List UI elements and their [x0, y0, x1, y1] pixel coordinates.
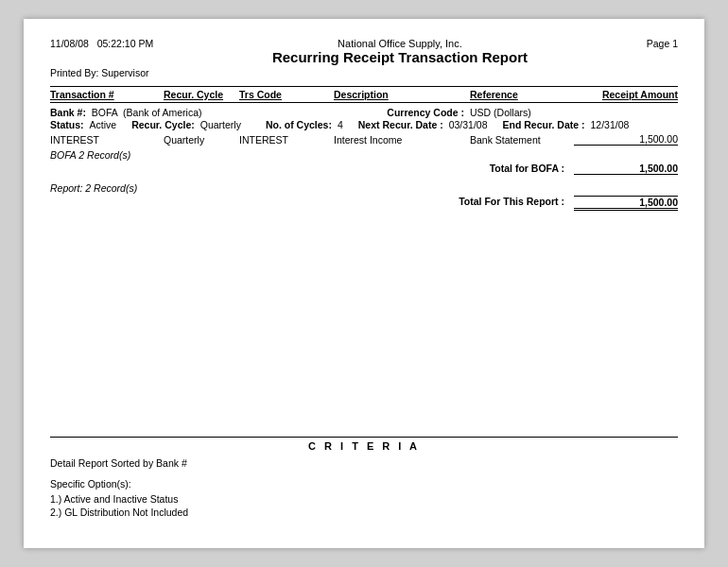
- status-value: Active: [90, 119, 117, 130]
- bank-info-row1: Bank #: BOFA (Bank of America) Currency …: [50, 107, 678, 118]
- bofa-records-amount: [574, 149, 678, 161]
- total-report-amount: 1,500.00: [574, 196, 678, 211]
- page-num: 1: [672, 38, 678, 49]
- bofa-records-section: BOFA 2 Record(s): [50, 149, 678, 161]
- next-recur-value: 03/31/08: [449, 119, 488, 130]
- total-bofa-label: Total for BOFA :: [50, 163, 574, 175]
- currency-label-cell: Currency Code :: [296, 107, 470, 118]
- report-title: Recurring Receipt Transaction Report: [153, 49, 647, 65]
- end-recur-value: 12/31/08: [590, 119, 629, 130]
- page-number: Page 1: [647, 38, 678, 49]
- bank-id: BOFA: [92, 107, 117, 118]
- col-reference: Reference: [470, 89, 574, 100]
- criteria-option-2: 2.) GL Distribution Not Included: [50, 507, 678, 518]
- total-bofa-section: Total for BOFA : 1,500.00: [50, 163, 678, 175]
- criteria-heading: C R I T E R I A: [50, 437, 678, 452]
- company-name: National Office Supply, Inc.: [153, 38, 647, 49]
- bank-id-cell: Bank #: BOFA (Bank of America): [50, 107, 296, 118]
- end-recur-label: End Recur. Date :: [503, 119, 585, 130]
- criteria-specific-label: Specific Option(s):: [50, 478, 678, 490]
- recur-cycle-value: Quarterly: [200, 119, 241, 130]
- tx-trs-code: INTEREST: [239, 134, 334, 146]
- printed-by-line: Printed By: Supervisor: [50, 67, 678, 78]
- page-label: Page: [647, 38, 670, 49]
- tx-reference: Bank Statement: [470, 134, 574, 146]
- report-time: 05:22:10 PM: [97, 38, 154, 49]
- criteria-options-list: 1.) Active and Inactive Status 2.) GL Di…: [50, 493, 678, 518]
- col-description: Description: [334, 89, 470, 100]
- column-headers: Transaction # Recur. Cycle Trs Code Desc…: [50, 86, 678, 103]
- recur-cycle-label: Recur. Cycle:: [131, 119, 195, 130]
- col-recur-cycle: Recur. Cycle: [164, 89, 239, 100]
- col-trs-code: Trs Code: [239, 89, 334, 100]
- criteria-section: C R I T E R I A Detail Report Sorted by …: [50, 437, 678, 520]
- total-report-section: Total For This Report : 1,500.00: [50, 196, 678, 211]
- report-records-label: Report: 2 Record(s): [50, 182, 678, 194]
- bank-name: (Bank of America): [123, 107, 201, 118]
- header-center: National Office Supply, Inc. Recurring R…: [153, 38, 647, 65]
- tx-description: Interest Income: [334, 134, 470, 146]
- no-cycles-value: 4: [338, 119, 343, 130]
- total-report-label: Total For This Report :: [50, 196, 574, 211]
- transaction-row: INTEREST Quarterly INTEREST Interest Inc…: [50, 133, 678, 146]
- next-recur-label: Next Recur. Date :: [358, 119, 443, 130]
- criteria-sort: Detail Report Sorted by Bank #: [50, 457, 678, 469]
- criteria-option-1: 1.) Active and Inactive Status: [50, 493, 678, 505]
- col-receipt-amount: Receipt Amount: [574, 89, 678, 100]
- bank-label: Bank #:: [50, 107, 86, 118]
- report-page: 11/08/08 05:22:10 PM National Office Sup…: [24, 19, 704, 548]
- currency-value-cell: USD (Dollars): [470, 107, 678, 118]
- tx-amount: 1,500.00: [574, 133, 678, 146]
- report-date: 11/08/08: [50, 38, 89, 49]
- tx-cycle: Quarterly: [164, 134, 239, 146]
- col-transaction: Transaction #: [50, 89, 164, 100]
- printed-by-value: Supervisor: [101, 67, 148, 78]
- tx-id: INTEREST: [50, 134, 164, 146]
- bank-info-row2: Status: Active Recur. Cycle: Quarterly N…: [50, 119, 678, 130]
- printed-by-label: Printed By:: [50, 67, 98, 78]
- total-bofa-amount: 1,500.00: [574, 163, 678, 175]
- no-cycles-label: No. of Cycles:: [266, 119, 332, 130]
- header-date-time: 11/08/08 05:22:10 PM: [50, 38, 153, 49]
- bofa-records-label: BOFA 2 Record(s): [50, 149, 574, 161]
- report-header: 11/08/08 05:22:10 PM National Office Sup…: [50, 38, 678, 65]
- status-label: Status:: [50, 119, 84, 130]
- report-records-section: Report: 2 Record(s): [50, 182, 678, 194]
